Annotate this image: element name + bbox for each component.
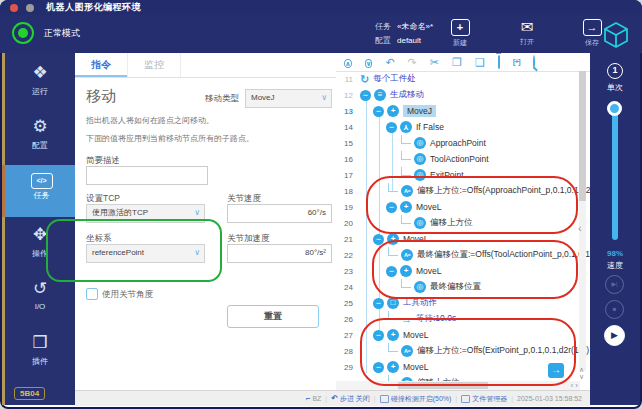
left-sidebar: ❖ 运行 ⚙ 配置 </> 任务 ✥ 操作 ↺ I/O ❒ 插件 5B04 bbox=[2, 53, 75, 405]
delete-icon[interactable] bbox=[498, 54, 500, 70]
vertical-scrollbar[interactable] bbox=[579, 71, 586, 371]
collapse-node-icon[interactable]: − bbox=[373, 362, 384, 373]
reset-button[interactable]: 重置 bbox=[227, 305, 319, 328]
speed-slider[interactable] bbox=[612, 105, 618, 240]
file-manager-label[interactable]: 文件管理器 bbox=[472, 394, 507, 404]
collision-label[interactable]: 碰撞检测开启(50%) bbox=[391, 394, 452, 404]
tree-row[interactable]: 20 ◎ 偏移上方位 bbox=[336, 215, 590, 231]
cut-icon[interactable]: ✂ bbox=[430, 54, 439, 70]
minimize-window-icon[interactable] bbox=[26, 4, 34, 12]
undo-icon[interactable]: ↶ bbox=[385, 54, 394, 70]
scroll-arrows[interactable]: ∧ ∨ bbox=[577, 366, 586, 380]
step-mode-label[interactable]: 步进 关闭 bbox=[340, 394, 370, 404]
tree-toolbar: ∧ ∨ ↶ ↷ ✂ ❐ ❑ [+] bbox=[336, 53, 590, 72]
sidebar-item-config[interactable]: ⚙ 配置 bbox=[5, 111, 75, 163]
redo-icon[interactable]: ↷ bbox=[408, 54, 417, 70]
assign-icon: A= bbox=[401, 249, 413, 261]
tree-row[interactable]: 18 A= 偏移上方位:=Offs(ApproachPoint_p,0.1,0.… bbox=[336, 183, 590, 199]
tree-row[interactable]: 11 ↻ 每个工件处 bbox=[336, 71, 590, 87]
paste-icon[interactable]: ❑ bbox=[475, 54, 485, 70]
collapse-node-icon[interactable]: − bbox=[360, 90, 371, 101]
tree-row[interactable]: 12 − ≡ 生成移动 bbox=[336, 87, 590, 103]
branch-icon: Y bbox=[400, 121, 412, 133]
new-icon: + bbox=[451, 19, 470, 36]
move-type-value: MoveJ bbox=[251, 93, 275, 102]
tree-row[interactable]: 23 − + MoveL bbox=[336, 263, 590, 279]
new-task-button[interactable]: + 新建 bbox=[438, 19, 482, 48]
move-icon: + bbox=[387, 361, 399, 373]
tree-node-label: ApproachPoint bbox=[430, 138, 486, 148]
tree-row[interactable]: 24 ◎ 最终偏移位置 bbox=[336, 279, 590, 295]
stop-button[interactable]: ■ bbox=[605, 300, 624, 319]
step-button[interactable]: ▶| bbox=[605, 275, 624, 294]
tree-row[interactable]: 26 → 等待:10.0s bbox=[336, 311, 590, 327]
sidebar-label-plugin: 插件 bbox=[5, 356, 75, 367]
tree-node-label: ExitPoint bbox=[430, 170, 464, 180]
scroll-up-icon[interactable]: ∧ bbox=[577, 366, 586, 373]
expand-all-icon[interactable]: ∨ bbox=[365, 54, 373, 70]
drawer-collapse-icon[interactable]: ‹ bbox=[578, 222, 582, 234]
line-number: 27 bbox=[336, 331, 358, 340]
sidebar-label-config: 配置 bbox=[5, 140, 75, 151]
sidebar-item-run[interactable]: ❖ 运行 bbox=[5, 57, 75, 109]
tree-row[interactable]: 16 ◎ ToolActionPoint bbox=[336, 151, 590, 167]
next-step-button[interactable]: → bbox=[548, 363, 564, 378]
collapse-node-icon[interactable]: − bbox=[373, 106, 384, 117]
line-number: 15 bbox=[336, 139, 358, 148]
line-number: 14 bbox=[336, 123, 358, 132]
bz-icon: ⌐ bbox=[306, 394, 311, 403]
tree-row[interactable]: 22 A= 最终偏移位置:=Offs(ToolActionPoint_p,0.1… bbox=[336, 247, 590, 263]
scroll-down-icon[interactable]: ∨ bbox=[577, 373, 586, 380]
tree-row[interactable]: 27 − + MoveL bbox=[336, 327, 590, 343]
tree-rows: 11 ↻ 每个工件处 12 − ≡ 生成移动 13 − + MoveJ 14 −… bbox=[336, 71, 590, 390]
tree-row-selected[interactable]: 13 − + MoveJ bbox=[336, 103, 590, 119]
tree-row[interactable]: 17 ◎ ExitPoint bbox=[336, 167, 590, 183]
collapse-node-icon[interactable]: − bbox=[373, 234, 384, 245]
brief-input[interactable] bbox=[86, 166, 208, 185]
copy-icon[interactable]: ❐ bbox=[452, 54, 462, 70]
play-button[interactable]: ▶ bbox=[604, 325, 625, 346]
tree-connector bbox=[388, 343, 398, 352]
collapse-node-icon[interactable]: − bbox=[386, 266, 397, 277]
move-icon: + bbox=[387, 105, 399, 117]
tab-monitor[interactable]: 监控 bbox=[128, 53, 181, 77]
scroll-left-right-icons[interactable]: ‹ › bbox=[570, 381, 578, 390]
scrollbar-thumb[interactable] bbox=[398, 382, 488, 389]
close-window-icon[interactable] bbox=[10, 4, 18, 12]
scrollbar-thumb[interactable] bbox=[579, 71, 586, 201]
tab-command[interactable]: 指令 bbox=[75, 53, 128, 77]
joint-acc-input[interactable]: 80°/s² bbox=[227, 244, 332, 263]
tree-row[interactable]: 15 ◎ ApproachPoint bbox=[336, 135, 590, 151]
step-mode-icon: ↶ bbox=[331, 394, 338, 403]
save-icon: → bbox=[583, 19, 602, 36]
tree-row[interactable]: 14 − Y If False bbox=[336, 119, 590, 135]
sidebar-item-plugin[interactable]: ❒ 插件 bbox=[5, 327, 75, 379]
single-run-icon[interactable]: 1 bbox=[607, 63, 623, 79]
tree-row[interactable]: 19 − + MoveL bbox=[336, 199, 590, 215]
move-type-select[interactable]: MoveJ ∨ bbox=[245, 89, 332, 108]
sidebar-item-io[interactable]: ↺ I/O bbox=[5, 273, 75, 325]
frame-select[interactable]: referencePoint ∨ bbox=[86, 244, 205, 263]
collapse-node-icon[interactable]: − bbox=[386, 122, 397, 133]
sidebar-item-operate[interactable]: ✥ 操作 bbox=[5, 219, 75, 271]
frame-icon[interactable]: [+] bbox=[513, 54, 520, 70]
slider-knob[interactable] bbox=[607, 101, 622, 116]
move-icon: + bbox=[400, 201, 412, 213]
collapse-node-icon[interactable]: − bbox=[373, 330, 384, 341]
use-joint-checkbox[interactable] bbox=[86, 288, 98, 300]
tree-row[interactable]: 28 A= 偏移上方位:=Offs(ExitPoint_p,0.1,0.1,d2… bbox=[336, 343, 590, 359]
horizontal-scrollbar[interactable]: ‹ › bbox=[336, 381, 580, 390]
tcp-select[interactable]: 使用激活的TCP ∨ bbox=[86, 204, 205, 223]
collapse-all-icon[interactable]: ∧ bbox=[344, 54, 352, 70]
collapse-node-icon[interactable]: − bbox=[386, 202, 397, 213]
line-number: 29 bbox=[336, 363, 358, 372]
sidebar-item-task[interactable]: </> 任务 bbox=[2, 165, 78, 217]
tree-row[interactable]: 21 − + MoveL bbox=[336, 231, 590, 247]
open-task-button[interactable]: ✉ 打开 bbox=[505, 19, 549, 47]
collapse-node-icon[interactable]: − bbox=[373, 298, 384, 309]
description-line-2: 下面的值将应用到当前移动节点所有的子路点。 bbox=[86, 133, 254, 144]
search-icon[interactable] bbox=[533, 54, 535, 70]
tree-row[interactable]: 25 − □ 工具动作 bbox=[336, 295, 590, 311]
frame-value: referencePoint bbox=[92, 248, 144, 257]
joint-speed-input[interactable]: 60°/s bbox=[227, 204, 332, 223]
